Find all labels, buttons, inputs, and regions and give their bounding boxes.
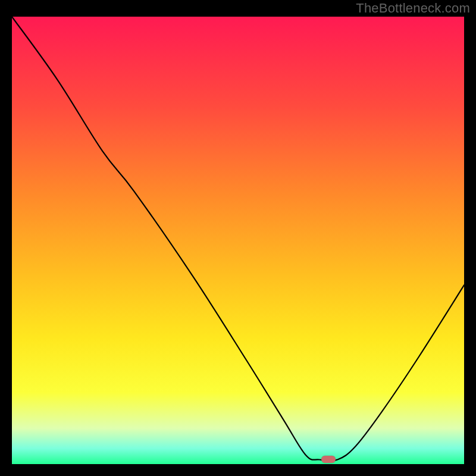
bottleneck-curve xyxy=(12,17,464,464)
chart-frame: TheBottleneck.com xyxy=(0,0,476,476)
watermark-text: TheBottleneck.com xyxy=(356,1,470,16)
plot-area xyxy=(12,17,464,464)
optimal-point-marker xyxy=(321,456,336,463)
